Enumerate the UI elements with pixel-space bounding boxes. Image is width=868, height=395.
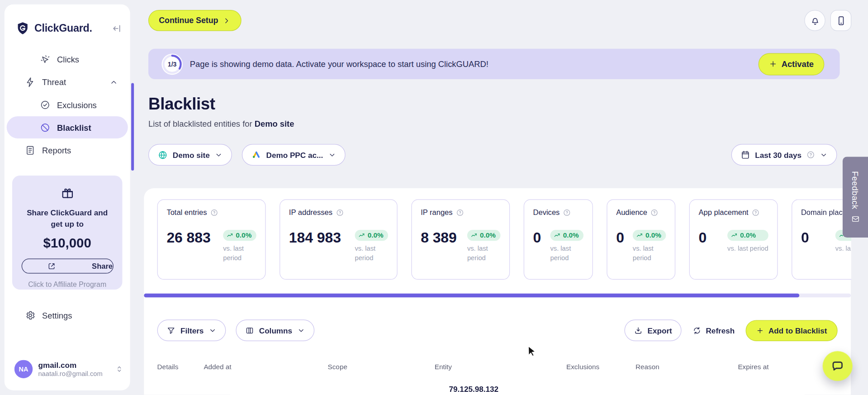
calendar-icon <box>740 150 750 160</box>
chevron-down-icon <box>328 151 336 158</box>
stats-scrollbar-thumb[interactable] <box>144 294 799 298</box>
stats-scrollbar-track <box>144 294 851 298</box>
sidebar-scrollbar-thumb[interactable] <box>131 83 134 171</box>
stat-card-ip-addresses[interactable]: IP addresses 184 983 0.0% vs. last perio… <box>280 200 398 280</box>
stat-value: 184 983 <box>289 230 341 246</box>
filters-label: Filters <box>180 326 204 335</box>
stat-card-devices[interactable]: Devices 0 0.0% vs. last period <box>524 200 593 280</box>
trend-up-icon <box>470 232 478 239</box>
column-header[interactable]: Added at <box>204 363 327 371</box>
topbar-icons <box>804 10 851 31</box>
columns-button[interactable]: Columns <box>236 319 314 341</box>
sidebar-nav: Clicks Threat Exclusions <box>5 48 130 161</box>
trend-up-icon <box>554 232 561 239</box>
clickguard-logo-icon <box>15 21 30 36</box>
chevron-down-icon <box>209 326 216 334</box>
delta-badge: 0.0% <box>355 230 388 241</box>
feedback-label: Feedback <box>850 171 860 209</box>
gift-icon <box>60 186 75 200</box>
cell-scope <box>328 385 435 394</box>
chevron-down-icon <box>215 151 223 158</box>
toolbar-right: Export Refresh Add to Blacklist <box>624 319 838 341</box>
sidebar-collapse-icon[interactable] <box>112 23 122 33</box>
add-to-blacklist-button[interactable]: Add to Blacklist <box>746 320 838 341</box>
chevron-up-icon <box>109 78 118 86</box>
site-picker[interactable]: Demo site <box>148 144 232 166</box>
content-panel: Total entries 26 883 0.0% vs. last perio… <box>144 188 851 395</box>
sidebar-item-label: Blacklist <box>57 123 91 132</box>
export-button[interactable]: Export <box>624 319 681 341</box>
external-link-icon <box>48 262 62 270</box>
stat-card-domain-placement[interactable]: Domain placement 0 0.0% vs. last period <box>792 200 851 280</box>
sidebar-item-blacklist[interactable]: Blacklist <box>7 116 128 138</box>
stat-compare: vs. last period <box>727 244 768 254</box>
column-header[interactable]: Entity <box>435 363 566 371</box>
column-header[interactable]: Scope <box>328 363 435 371</box>
date-range-value: Last 30 days <box>755 150 802 159</box>
sidebar-item-label: Reports <box>42 145 71 155</box>
stat-label: Devices <box>533 208 560 216</box>
help-icon <box>650 209 658 216</box>
cell-added-at <box>204 385 327 394</box>
sidebar-item-clicks[interactable]: Clicks <box>5 48 130 70</box>
setup-progress-label: 1/3 <box>161 53 183 75</box>
chat-bubble-icon <box>831 359 844 372</box>
help-icon <box>563 209 571 216</box>
stat-label: Audience <box>616 208 647 216</box>
sidebar-item-threat[interactable]: Threat <box>5 71 130 93</box>
topbar: Continue Setup <box>148 10 851 31</box>
continue-setup-button[interactable]: Continue Setup <box>148 10 242 31</box>
sidebar-item-exclusions[interactable]: Exclusions <box>5 94 130 116</box>
columns-label: Columns <box>259 326 292 335</box>
stat-value: 0 <box>533 230 541 246</box>
delta-badge: 0.0% <box>223 230 256 241</box>
stat-label: IP addresses <box>289 208 332 216</box>
stat-card-ip-ranges[interactable]: IP ranges 8 389 0.0% vs. last period <box>411 200 510 280</box>
date-range-picker[interactable]: Last 30 days <box>731 144 837 166</box>
filters-button[interactable]: Filters <box>157 319 226 341</box>
stat-compare: vs. last period <box>467 244 500 263</box>
activate-button[interactable]: Activate <box>758 53 824 75</box>
sidebar-item-label: Exclusions <box>57 100 97 109</box>
stat-compare: vs. last period <box>633 244 666 263</box>
cell-entity: 79.125.98.132 <box>435 385 566 394</box>
stat-value: 0 <box>616 230 624 246</box>
help-icon <box>210 209 218 216</box>
table-row[interactable]: 79.125.98.132 <box>144 385 851 394</box>
feedback-tab[interactable]: Feedback <box>843 157 868 238</box>
funnel-icon <box>166 326 175 335</box>
ppc-account-picker[interactable]: Demo PPC ac... <box>242 144 345 166</box>
stat-label: Total entries <box>166 208 207 216</box>
stat-card-app-placement[interactable]: App placement 0 0.0% vs. last period <box>689 200 778 280</box>
share-button[interactable]: Share <box>21 258 113 273</box>
setup-progress-ring: 1/3 <box>161 53 183 75</box>
user-menu[interactable]: NA gmail.com naatali.ro@gmail.com <box>14 360 123 378</box>
cursor-click-icon <box>40 54 50 64</box>
sidebar-item-reports[interactable]: Reports <box>5 139 130 161</box>
stat-value: 0 <box>698 230 707 246</box>
plus-icon <box>756 326 764 334</box>
stat-label: App placement <box>698 208 748 216</box>
add-to-blacklist-label: Add to Blacklist <box>768 326 827 335</box>
device-button[interactable] <box>830 10 852 31</box>
continue-setup-label: Continue Setup <box>159 16 218 25</box>
stat-compare: vs. last period <box>355 244 388 263</box>
stat-card-total-entries[interactable]: Total entries 26 883 0.0% vs. last perio… <box>157 200 266 280</box>
table-header-row: Details Added at Scope Entity Exclusions… <box>144 363 851 371</box>
sidebar-item-label: Settings <box>42 310 72 320</box>
sidebar-item-settings[interactable]: Settings <box>5 304 130 326</box>
trend-up-icon <box>636 232 643 239</box>
refresh-button[interactable]: Refresh <box>693 326 735 335</box>
help-icon <box>336 209 343 216</box>
stat-card-audience[interactable]: Audience 0 0.0% vs. last period <box>607 200 675 280</box>
delta-badge: 0.0% <box>727 230 768 241</box>
column-header[interactable]: Details <box>157 363 204 371</box>
cell-reason <box>636 385 738 394</box>
affiliate-link[interactable]: Click to Affiliate Program <box>18 280 117 288</box>
chat-widget-button[interactable] <box>823 351 853 381</box>
column-header[interactable]: Exclusions <box>566 363 636 371</box>
banner-message: Page is showing demo data. Activate your… <box>190 59 758 69</box>
help-icon <box>456 209 464 216</box>
notifications-button[interactable] <box>804 10 825 31</box>
column-header[interactable]: Reason <box>636 363 738 371</box>
